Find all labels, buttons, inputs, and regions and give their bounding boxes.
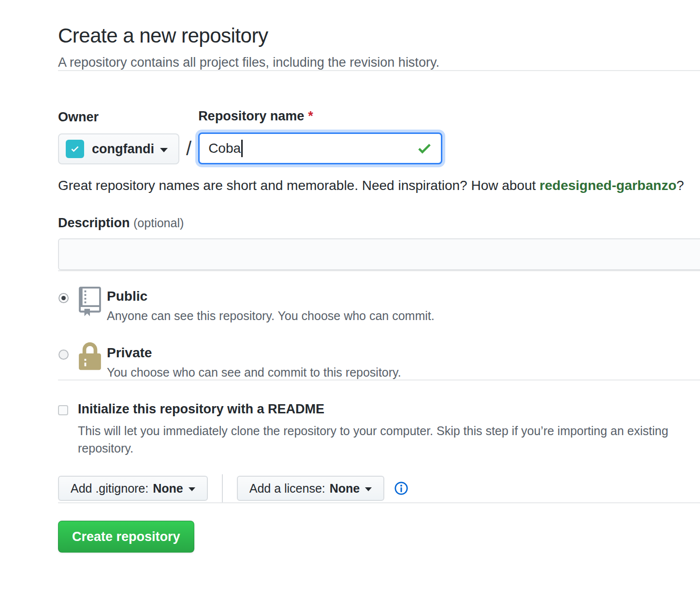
public-option-title: Public — [107, 289, 435, 304]
repo-name-input[interactable] — [198, 132, 442, 164]
section-divider — [58, 502, 700, 503]
optional-note: (optional) — [133, 216, 184, 230]
chevron-down-icon — [160, 148, 168, 152]
owner-avatar — [66, 140, 84, 158]
chevron-down-icon — [365, 487, 372, 491]
required-asterisk: * — [308, 109, 313, 123]
name-suggestion-line: Great repository names are short and mem… — [58, 178, 700, 193]
repo-options-row: Add .gitignore: None Add a license: None — [58, 474, 700, 502]
readme-option: Initialize this repository with a README… — [58, 402, 700, 457]
readme-description: This will let you immediately clone the … — [78, 423, 688, 457]
suggested-name-link[interactable]: redesigned-garbanzo — [540, 178, 676, 193]
page-title: Create a new repository — [58, 24, 700, 47]
private-option-text: Private You choose who can see and commi… — [107, 342, 401, 380]
chevron-down-icon — [189, 487, 195, 491]
check-icon — [70, 144, 80, 154]
repo-name-label: Repository name* — [198, 109, 442, 124]
visibility-option-public: Public Anyone can see this repository. Y… — [58, 286, 700, 323]
readme-text: Initialize this repository with a README… — [78, 402, 688, 457]
info-icon[interactable] — [394, 481, 408, 496]
owner-select-button[interactable]: congfandi — [58, 133, 179, 164]
owner-repo-row: Owner congfandi / Repository name* — [58, 109, 700, 164]
create-repository-page: Create a new repository A repository con… — [0, 0, 700, 553]
create-repository-button[interactable]: Create repository — [58, 521, 194, 553]
section-divider — [58, 270, 700, 271]
text-cursor — [241, 140, 243, 157]
description-field: Description (optional) — [58, 216, 700, 270]
owner-label: Owner — [58, 110, 179, 125]
repo-name-field: Repository name* — [198, 109, 442, 164]
owner-field: Owner congfandi — [58, 110, 179, 164]
vertical-divider — [222, 474, 223, 502]
name-valid-check-icon — [416, 140, 433, 157]
visibility-option-private: Private You choose who can see and commi… — [58, 342, 700, 380]
page-subtitle: A repository contains all project files,… — [58, 55, 700, 70]
readme-title: Initialize this repository with a README — [78, 402, 688, 417]
section-divider — [58, 70, 700, 71]
readme-checkbox[interactable] — [58, 405, 68, 415]
private-radio[interactable] — [58, 350, 69, 360]
description-label: Description (optional) — [58, 216, 700, 231]
description-input[interactable] — [58, 238, 700, 270]
add-license-button[interactable]: Add a license: None — [237, 476, 385, 501]
private-option-description: You choose who can see and commit to thi… — [107, 365, 401, 380]
add-gitignore-button[interactable]: Add .gitignore: None — [58, 476, 208, 501]
public-option-text: Public Anyone can see this repository. Y… — [107, 286, 435, 323]
owner-repo-separator: / — [186, 138, 191, 164]
section-divider — [58, 380, 700, 380]
lock-icon — [79, 342, 101, 372]
owner-username: congfandi — [92, 142, 154, 157]
public-option-description: Anyone can see this repository. You choo… — [107, 309, 435, 323]
repo-name-input-wrap — [198, 132, 442, 164]
public-radio[interactable] — [58, 293, 69, 303]
repo-book-icon — [79, 287, 101, 316]
private-option-title: Private — [107, 345, 401, 361]
